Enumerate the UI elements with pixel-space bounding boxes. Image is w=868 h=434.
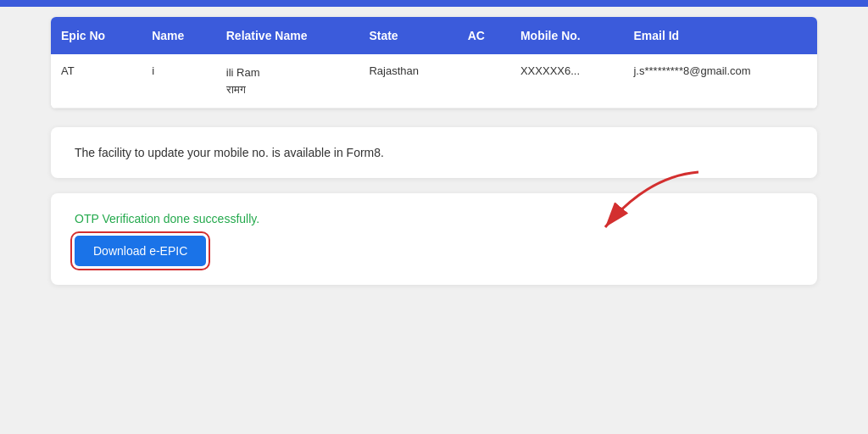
top-bar (0, 0, 868, 7)
col-mobile: Mobile No. (510, 17, 624, 54)
info-box: The facility to update your mobile no. i… (51, 127, 817, 178)
cell-epic-no: AT (51, 54, 142, 108)
col-epic-no: Epic No (51, 17, 142, 54)
download-epic-button[interactable]: Download e-EPIC (75, 236, 206, 266)
col-name: Name (142, 17, 216, 54)
voter-data-table: Epic No Name Relative Name State AC Mobi… (51, 17, 817, 108)
table-header-row: Epic No Name Relative Name State AC Mobi… (51, 17, 817, 54)
relative-name-line2: रामग (226, 83, 246, 96)
col-relative-name: Relative Name (216, 17, 359, 54)
info-text: The facility to update your mobile no. i… (75, 146, 384, 159)
cell-state: Rajasthan (359, 54, 457, 108)
red-arrow-icon (580, 168, 715, 253)
relative-name-line1: ili Ram (226, 66, 260, 79)
table-row: AT i ili Ram रामग Rajasthan XXXXXX6... j… (51, 54, 817, 108)
cell-mobile: XXXXXX6... (510, 54, 624, 108)
cell-ac (458, 54, 510, 108)
cell-relative-name: ili Ram रामग (216, 54, 359, 108)
cell-email: j.s*********8@gmail.com (623, 54, 817, 108)
cell-name: i (142, 54, 216, 108)
otp-success-message: OTP Verification done successfully. (75, 212, 793, 225)
col-ac: AC (458, 17, 510, 54)
col-email: Email Id (623, 17, 817, 54)
page-container: Epic No Name Relative Name State AC Mobi… (0, 0, 868, 434)
col-state: State (359, 17, 457, 54)
content-area: Epic No Name Relative Name State AC Mobi… (0, 7, 868, 302)
otp-verification-box: OTP Verification done successfully. Down… (51, 193, 817, 285)
